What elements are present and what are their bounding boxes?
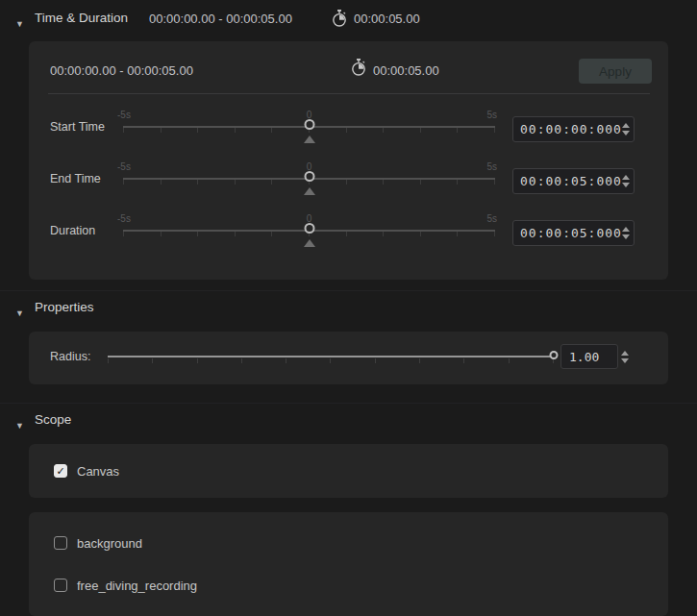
- background-label: background: [77, 536, 142, 551]
- canvas-checkbox[interactable]: ✓: [54, 464, 67, 478]
- scale-min-label: -5s: [117, 110, 131, 120]
- radius-value-box[interactable]: 1.00: [560, 344, 618, 369]
- slider-handle[interactable]: [304, 119, 314, 130]
- duration-slider[interactable]: -5s 0 5s: [123, 211, 495, 263]
- scale-min-label: -5s: [117, 213, 131, 224]
- end-time-value[interactable]: 00:00:05:000: [513, 174, 622, 188]
- scope-canvas-panel: ✓ Canvas: [29, 444, 668, 498]
- properties-panel: Radius: 1.00: [29, 332, 668, 384]
- slider-ticks: [108, 358, 554, 363]
- start-time-spinbox[interactable]: 00:00:00:000: [512, 116, 635, 142]
- duration-spinbox[interactable]: 00:00:05:000: [512, 220, 635, 246]
- scale-max-label: 5s: [486, 213, 497, 224]
- stopwatch-icon: [332, 10, 347, 31]
- radius-slider[interactable]: [108, 332, 554, 384]
- start-time-row: Start Time -5s 0 5s 00:00:00:000: [29, 108, 668, 160]
- section-title-scope[interactable]: Scope: [35, 412, 71, 427]
- slider-marker-icon: [304, 239, 315, 247]
- start-time-label: Start Time: [50, 120, 105, 134]
- time-duration-panel: 00:00:00.00 - 00:00:05.00 00:00:05.00 Ap…: [29, 41, 668, 280]
- background-checkbox-row[interactable]: ✓ background: [54, 535, 142, 551]
- slider-handle[interactable]: [550, 351, 559, 359]
- header-time-range: 00:00:00.00 - 00:00:05.00: [149, 12, 292, 26]
- slider-handle[interactable]: [304, 223, 314, 234]
- end-time-label: End Time: [50, 172, 101, 185]
- scale-max-label: 5s: [486, 161, 497, 172]
- spin-up-icon[interactable]: [621, 351, 629, 356]
- section-divider: [0, 403, 697, 404]
- spinner-arrows[interactable]: [622, 227, 636, 239]
- spin-up-icon[interactable]: [622, 123, 630, 128]
- duration-value[interactable]: 00:00:05:000: [513, 226, 622, 240]
- end-time-slider[interactable]: -5s 0 5s: [123, 160, 495, 211]
- section-title-time-duration[interactable]: Time & Duration: [35, 11, 128, 25]
- section-divider: [0, 290, 697, 291]
- panel-time-range: 00:00:00.00 - 00:00:05.00: [50, 63, 193, 78]
- check-icon: ✓: [56, 466, 64, 477]
- collapse-time-duration-icon[interactable]: ▼: [15, 19, 24, 29]
- slider-marker-icon: [304, 187, 315, 195]
- duration-label: Duration: [50, 224, 95, 237]
- spin-up-icon[interactable]: [622, 175, 630, 180]
- slider-marker-icon: [304, 136, 315, 143]
- canvas-label: Canvas: [77, 464, 119, 479]
- slider-track[interactable]: [108, 356, 554, 357]
- start-time-value[interactable]: 00:00:00:000: [513, 122, 622, 136]
- scale-max-label: 5s: [486, 110, 497, 120]
- background-checkbox[interactable]: ✓: [54, 536, 67, 550]
- stopwatch-icon: [351, 59, 366, 80]
- free-diving-recording-label: free_diving_recording: [77, 579, 197, 593]
- free-diving-recording-checkbox-row[interactable]: ✓ free_diving_recording: [54, 578, 197, 593]
- canvas-checkbox-row[interactable]: ✓ Canvas: [54, 463, 119, 479]
- panel-header-divider: [48, 93, 650, 94]
- collapse-properties-icon[interactable]: ▼: [15, 308, 24, 318]
- end-time-row: End Time -5s 0 5s 00:00:05:000: [29, 160, 668, 211]
- radius-value[interactable]: 1.00: [561, 350, 599, 364]
- spinner-arrows[interactable]: [621, 344, 629, 369]
- scope-layers-panel: ✓ background ✓ free_diving_recording: [29, 512, 668, 616]
- slider-handle[interactable]: [304, 171, 314, 182]
- duration-row: Duration -5s 0 5s 00:00:05:000: [29, 211, 668, 263]
- end-time-spinbox[interactable]: 00:00:05:000: [512, 168, 635, 194]
- panel-duration-value: 00:00:05.00: [373, 63, 439, 78]
- spin-down-icon[interactable]: [621, 358, 629, 363]
- start-time-slider[interactable]: -5s 0 5s: [123, 108, 495, 160]
- free-diving-recording-checkbox[interactable]: ✓: [54, 579, 67, 592]
- spin-down-icon[interactable]: [622, 234, 630, 239]
- radius-label: Radius:: [50, 350, 90, 363]
- spinner-arrows[interactable]: [622, 175, 636, 187]
- spinner-arrows[interactable]: [622, 123, 636, 136]
- spin-down-icon[interactable]: [622, 183, 630, 187]
- collapse-scope-icon[interactable]: ▼: [15, 421, 24, 431]
- spin-down-icon[interactable]: [622, 131, 630, 136]
- scale-min-label: -5s: [117, 161, 131, 172]
- spin-up-icon[interactable]: [622, 227, 630, 232]
- section-title-properties[interactable]: Properties: [35, 300, 94, 314]
- apply-button[interactable]: Apply: [579, 59, 652, 84]
- header-duration-value: 00:00:05.00: [354, 12, 420, 26]
